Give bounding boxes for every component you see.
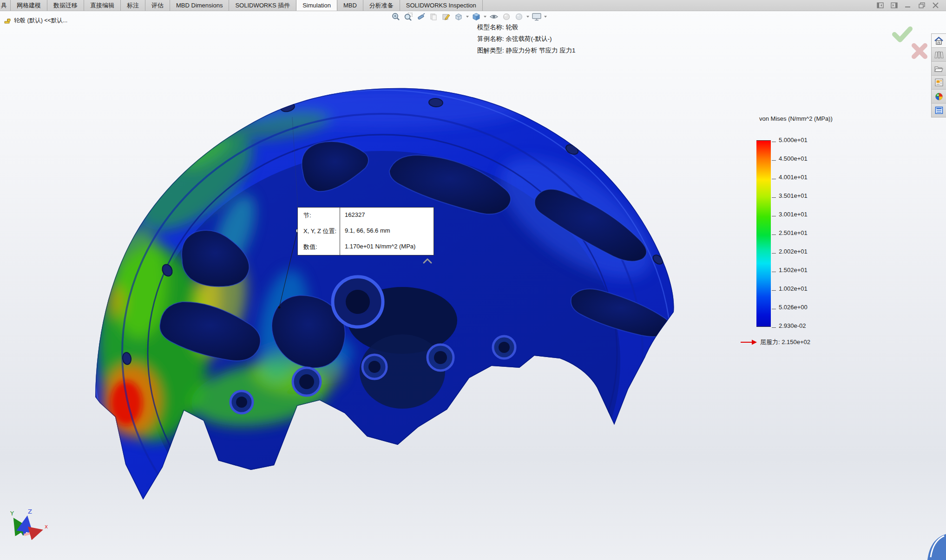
home-icon	[934, 36, 944, 45]
position-label: X, Y, Z 位置:	[298, 227, 340, 236]
legend-tick: 2.930e-02	[779, 322, 834, 329]
tab-data-migration[interactable]: 数据迁移	[47, 0, 84, 11]
result-label: 数值:	[298, 243, 340, 252]
task-pane-home[interactable]	[932, 34, 946, 48]
zoom-to-area-icon[interactable]	[403, 12, 414, 21]
tab-tools-partial[interactable]: 具	[0, 0, 11, 11]
edit-scene-pencil-icon[interactable]	[440, 12, 452, 21]
appearance-sphere-icon[interactable]	[501, 12, 512, 21]
window-controls	[874, 0, 946, 11]
task-pane-custom-properties[interactable]	[932, 104, 946, 117]
tab-direct-editing[interactable]: 直接编辑	[84, 0, 121, 11]
hide-show-items-icon[interactable]	[488, 12, 499, 21]
collapse-pane-left-icon[interactable]	[876, 2, 884, 9]
view-palette-icon	[934, 78, 944, 87]
pages-icon[interactable]	[428, 12, 439, 21]
task-pane-view-palette[interactable]	[932, 76, 946, 90]
legend-tick: 3.501e+01	[779, 192, 834, 199]
tab-solidworks-addins[interactable]: SOLIDWORKS 插件	[229, 0, 296, 11]
section-view-icon[interactable]	[415, 12, 427, 21]
yield-strength-row: 屈服力: 2.150e+02	[741, 338, 810, 346]
heads-up-toolbar	[390, 12, 547, 21]
yield-strength-label: 屈服力: 2.150e+02	[760, 338, 810, 346]
legend-tick: 1.502e+01	[779, 267, 834, 273]
legend-tick: 4.500e+01	[779, 155, 834, 162]
feature-tree-root-label: 轮毂 (默认) <<默认...	[14, 17, 67, 25]
collapse-pane-right-icon[interactable]	[890, 2, 898, 9]
legend-tick: 3.001e+01	[779, 211, 834, 218]
node-label: 节:	[298, 211, 340, 221]
apply-scene-icon[interactable]	[453, 12, 464, 21]
triad-z-label: Z	[28, 508, 32, 515]
callout-collapse-chevron[interactable]	[421, 256, 434, 267]
task-pane-file-explorer[interactable]	[932, 62, 946, 76]
task-pane	[931, 33, 946, 117]
reference-triad: Y Z x	[6, 504, 52, 549]
accept-check-icon[interactable]	[894, 29, 910, 40]
design-library-icon	[934, 50, 944, 59]
plot-type-line: 图解类型: 静应力分析 节应力 应力1	[477, 45, 576, 56]
yield-arrow-icon	[741, 339, 757, 345]
legend-tick: 5.026e+00	[779, 304, 834, 311]
minimize-button[interactable]	[904, 2, 912, 9]
triad-x-label: x	[45, 523, 48, 530]
zoom-to-fit-icon[interactable]	[390, 12, 401, 21]
legend-tick: 2.002e+01	[779, 248, 834, 255]
result-value: 1.170e+01 N/mm^2 (MPa)	[340, 243, 415, 252]
model-name-line: 模型名称: 轮毂	[477, 21, 576, 33]
appearance-sphere-alt-icon[interactable]	[513, 12, 525, 21]
triad-y-label: Y	[10, 510, 14, 517]
task-pane-appearances[interactable]	[932, 90, 946, 104]
legend-tick: 4.001e+01	[779, 174, 834, 181]
position-value: 9.1, 66, 56.6 mm	[340, 227, 390, 236]
tab-mbd-dimensions[interactable]: MBD Dimensions	[170, 0, 229, 11]
tab-analysis-preparation[interactable]: 分析准备	[363, 0, 400, 11]
corner-logo-wedge	[926, 533, 946, 560]
solidworks-window: 具 网格建模 数据迁移 直接编辑 标注 评估 MBD Dimensions SO…	[0, 0, 946, 560]
cancel-x-icon[interactable]	[914, 46, 925, 57]
ribbon-tab-bar: 具 网格建模 数据迁移 直接编辑 标注 评估 MBD Dimensions SO…	[0, 0, 946, 11]
view-orientation-cube-icon[interactable]	[471, 12, 482, 21]
tab-mesh-modeling[interactable]: 网格建模	[11, 0, 47, 11]
display-settings-monitor-icon[interactable]	[531, 12, 542, 21]
tab-annotation[interactable]: 标注	[121, 0, 145, 11]
confirmation-corner	[890, 23, 933, 64]
tab-mbd[interactable]: MBD	[337, 0, 363, 11]
view-orientation-dropdown[interactable]	[483, 12, 487, 21]
open-folder-icon	[934, 65, 944, 73]
legend-title: von Mises (N/mm^2 (MPa))	[759, 115, 833, 122]
display-settings-dropdown[interactable]	[544, 12, 547, 21]
close-button[interactable]	[932, 2, 939, 9]
custom-properties-icon	[934, 106, 944, 115]
legend-tick: 1.002e+01	[779, 285, 834, 292]
probe-result-callout: 节: 162327 X, Y, Z 位置: 9.1, 66, 56.6 mm 数…	[297, 207, 434, 255]
appearances-ball-icon	[934, 92, 944, 101]
apply-scene-dropdown[interactable]	[466, 12, 469, 21]
legend-tick: 5.000e+01	[779, 137, 834, 143]
part-icon	[4, 17, 12, 25]
tab-simulation[interactable]: Simulation	[296, 0, 337, 11]
task-pane-design-library[interactable]	[932, 48, 946, 62]
plot-header-text: 模型名称: 轮毂 算例名称: 余弦载荷(-默认-) 图解类型: 静应力分析 节应…	[477, 21, 576, 56]
tab-solidworks-inspection[interactable]: SOLIDWORKS Inspection	[400, 0, 483, 11]
tab-evaluate[interactable]: 评估	[145, 0, 170, 11]
study-name-line: 算例名称: 余弦载荷(-默认-)	[477, 33, 576, 45]
appearance-dropdown[interactable]	[526, 12, 530, 21]
feature-tree-root[interactable]: 轮毂 (默认) <<默认...	[4, 17, 67, 25]
legend-color-bar	[756, 140, 771, 327]
legend-tick: 2.501e+01	[779, 229, 834, 236]
stress-legend: von Mises (N/mm^2 (MPa)) 5.000e+01 4.500…	[753, 115, 911, 357]
restore-button[interactable]	[918, 2, 926, 9]
node-value: 162327	[340, 211, 365, 221]
stress-hotspot-red	[111, 381, 142, 425]
